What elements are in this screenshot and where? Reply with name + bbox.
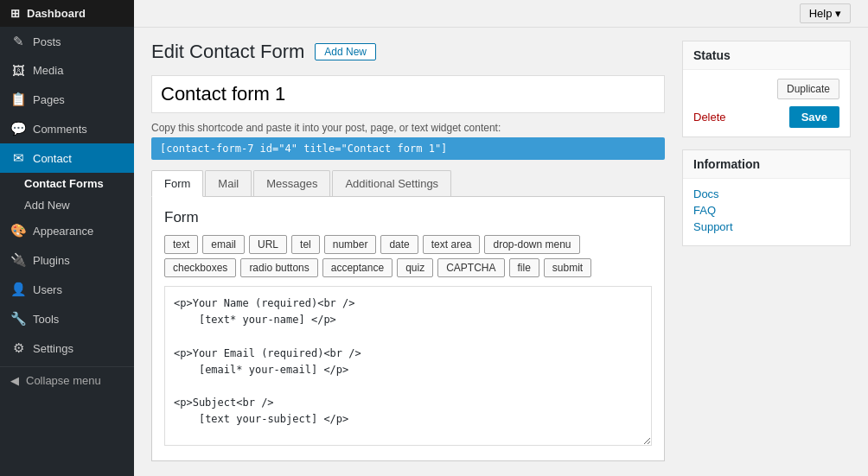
right-panel: Status Duplicate Delete Save Information… [682,41,851,463]
dashboard-icon: ⊞ [10,7,20,20]
sidebar-label-appearance: Appearance [33,225,93,238]
page-title: Edit Contact Form [151,41,304,63]
sidebar-label-media: Media [33,64,63,77]
sidebar-item-comments[interactable]: 💬 Comments [0,114,134,143]
tag-button-checkboxes[interactable]: checkboxes [164,258,236,277]
sidebar-item-posts[interactable]: ✎ Posts [0,27,134,56]
delete-link[interactable]: Delete [693,111,726,124]
tag-button-text[interactable]: text [164,235,198,254]
plugins-icon: 🔌 [10,252,26,268]
tag-button-date[interactable]: date [380,235,418,254]
sidebar-item-users[interactable]: 👤 Users [0,275,134,304]
sidebar-label-contact: Contact [33,152,72,165]
info-box-content: Docs FAQ Support [683,179,850,245]
comments-icon: 💬 [10,121,26,136]
tag-button-submit[interactable]: submit [544,258,591,277]
duplicate-button[interactable]: Duplicate [777,79,839,99]
tab-content-form: Form textemailURLtelnumberdatetext aread… [151,197,665,461]
status-box-title: Status [683,41,850,70]
tag-button-tel[interactable]: tel [291,235,320,254]
contact-icon: ✉ [10,150,26,166]
tag-button-drop-down-menu[interactable]: drop-down menu [484,235,579,254]
tag-button-radio-buttons[interactable]: radio buttons [240,258,317,277]
sidebar-item-media[interactable]: 🖼 Media [0,56,134,85]
tag-button-text-area[interactable]: text area [423,235,481,254]
tab-additional-settings[interactable]: Additional Settings [332,170,451,196]
tabs-bar: Form Mail Messages Additional Settings [151,170,665,197]
sidebar-label-pages: Pages [33,93,65,106]
sidebar-item-pages[interactable]: 📋 Pages [0,85,134,114]
contact-forms-label: Contact Forms [24,177,104,190]
form-section-title: Form [164,209,652,226]
topbar: Help ▾ [134,0,868,28]
tab-mail[interactable]: Mail [205,170,252,196]
sidebar: ⊞ Dashboard ✎ Posts 🖼 Media 📋 Pages 💬 Co… [0,0,134,476]
collapse-icon: ◀ [10,374,19,387]
pages-icon: 📋 [10,92,26,107]
sidebar-label-users: Users [33,283,62,296]
sidebar-item-appearance[interactable]: 🎨 Appearance [0,216,134,245]
info-link-faq[interactable]: FAQ [693,204,839,217]
page-title-row: Edit Contact Form Add New [151,41,665,63]
sidebar-item-settings[interactable]: ⚙ Settings [0,333,134,363]
shortcode-box[interactable]: [contact-form-7 id="4" title="Contact fo… [151,137,665,160]
info-link-docs[interactable]: Docs [693,187,839,200]
help-label: Help ▾ [809,7,841,20]
status-box: Status Duplicate Delete Save [682,41,851,137]
appearance-icon: 🎨 [10,223,26,238]
form-name-input[interactable] [151,75,665,113]
content-area: Edit Contact Form Add New Copy this shor… [134,28,868,476]
sidebar-label-settings: Settings [33,342,73,355]
info-box-title: Information [683,150,850,179]
help-button[interactable]: Help ▾ [800,3,851,23]
tab-form[interactable]: Form [151,170,203,197]
sidebar-item-contact[interactable]: ✉ Contact [0,143,134,173]
tag-button-quiz[interactable]: quiz [397,258,433,277]
tag-button-email[interactable]: email [202,235,245,254]
sidebar-header: ⊞ Dashboard [0,0,134,27]
sidebar-label-plugins: Plugins [33,254,70,267]
shortcode-label: Copy this shortcode and paste it into yo… [151,122,665,134]
sidebar-label-posts: Posts [33,35,61,48]
sidebar-item-contact-forms[interactable]: Contact Forms [0,173,134,194]
info-box: Information Docs FAQ Support [682,149,851,246]
info-link-support[interactable]: Support [693,220,839,233]
tag-button-number[interactable]: number [324,235,377,254]
tag-button-URL[interactable]: URL [249,235,287,254]
save-button[interactable]: Save [789,106,839,128]
sidebar-item-plugins[interactable]: 🔌 Plugins [0,245,134,275]
main-area: Help ▾ Edit Contact Form Add New Copy th… [134,0,868,476]
collapse-menu[interactable]: ◀ Collapse menu [0,366,134,394]
sidebar-item-tools[interactable]: 🔧 Tools [0,304,134,333]
code-editor[interactable] [164,286,652,446]
tools-icon: 🔧 [10,311,26,327]
tag-buttons-row: textemailURLtelnumberdatetext areadrop-d… [164,235,652,277]
sidebar-item-add-new[interactable]: Add New [0,194,134,216]
left-panel: Edit Contact Form Add New Copy this shor… [151,41,665,463]
status-actions-row: Delete Save [693,106,839,128]
posts-icon: ✎ [10,34,26,49]
users-icon: 👤 [10,282,26,297]
sidebar-label-tools: Tools [33,313,59,326]
status-box-content: Duplicate Delete Save [683,70,850,136]
tag-button-file[interactable]: file [509,258,539,277]
site-name[interactable]: Dashboard [27,7,86,20]
tag-button-acceptance[interactable]: acceptance [322,258,393,277]
status-duplicate-row: Duplicate [693,79,839,99]
add-new-button[interactable]: Add New [315,43,376,60]
sidebar-label-comments: Comments [33,123,87,136]
media-icon: 🖼 [10,63,26,78]
tag-button-CAPTCHA[interactable]: CAPTCHA [437,258,504,277]
collapse-label: Collapse menu [26,374,101,387]
settings-icon: ⚙ [10,340,26,356]
tab-messages[interactable]: Messages [253,170,330,196]
add-new-sub-label: Add New [24,199,70,212]
